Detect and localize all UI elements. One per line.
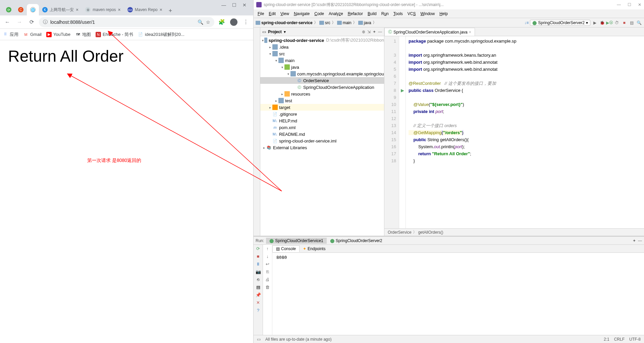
ij-titlebar: spring-cloud-order-service [D:\csdn博客\20…	[254, 0, 644, 9]
run-tab[interactable]: ⬤SpringCloudOrderServer2	[327, 238, 386, 244]
menu-file[interactable]: File	[256, 11, 266, 17]
stop-button[interactable]: ■	[257, 254, 260, 259]
close-button[interactable]: ✕	[256, 300, 260, 305]
menu-code[interactable]: Code	[312, 11, 326, 17]
collapse-icon[interactable]: ⇲	[367, 30, 371, 34]
dump-button[interactable]: 📷	[256, 269, 261, 274]
browser-tab[interactable]: ⟳	[3, 4, 15, 15]
endpoints-tab[interactable]: ✦Endpoints	[300, 246, 329, 252]
pin-button[interactable]: 📌	[256, 292, 261, 297]
bookmark-item[interactable]: 📄idea2018破解到20...	[138, 32, 184, 38]
wrap-button[interactable]: ↩	[266, 262, 269, 267]
hide-icon[interactable]: —	[638, 238, 642, 243]
close-icon[interactable]: ×	[118, 7, 121, 12]
settings-icon[interactable]: ✦	[373, 30, 376, 34]
help-button[interactable]: ?	[257, 308, 259, 313]
rerun-button[interactable]: ⟳	[256, 246, 260, 251]
search-button[interactable]: 🔍	[636, 20, 642, 26]
line-numbers: 13456789101112131415161718	[384, 36, 399, 228]
browser-tab[interactable]: K上网导航—安×	[39, 4, 82, 15]
close-icon[interactable]: ×	[76, 7, 78, 12]
zoom-icon[interactable]: 🔍	[198, 19, 203, 25]
down-button[interactable]: ↓	[266, 254, 269, 259]
menu-help[interactable]: Help	[437, 11, 450, 17]
maximize-button[interactable]: ☐	[232, 2, 236, 8]
bookmark-item[interactable]: MGmail	[23, 32, 42, 37]
layout-button[interactable]: ▤	[256, 285, 260, 290]
idea-icon	[256, 2, 262, 7]
structure-button[interactable]: ▤	[629, 20, 635, 26]
code-editor[interactable]: 13456789101112131415161718 ▶ package pac…	[384, 36, 644, 228]
scroll-button[interactable]: ⎘	[266, 269, 269, 274]
menu-analyze[interactable]: Analyze	[327, 11, 345, 17]
annotation-text: 第一次请求 是8080返回的	[87, 158, 141, 164]
console-output[interactable]: 8080	[272, 253, 644, 335]
menu-refactor[interactable]: Refactor	[346, 11, 365, 17]
menu-button[interactable]: ⋮	[241, 17, 251, 27]
menu-tools[interactable]: Tools	[391, 11, 405, 17]
code-content: package package com.mycsdn.springcloud.e…	[406, 36, 644, 228]
close-icon[interactable]: ×	[160, 7, 162, 12]
close-button[interactable]: ✕	[638, 2, 641, 7]
address-bar[interactable]: ⓘ localhost:8088/user/1 🔍 ☆	[39, 17, 214, 27]
stop-button[interactable]: ■	[621, 20, 627, 26]
menu-edit[interactable]: Edit	[267, 11, 278, 17]
profile-button[interactable]: ⏱	[614, 20, 620, 26]
apps-button[interactable]: ⠿应用	[3, 32, 18, 38]
up-button[interactable]: ↑	[266, 246, 269, 251]
settings-icon[interactable]: ✦	[633, 238, 636, 243]
coverage-button[interactable]: ▶⦿	[606, 20, 612, 26]
bookmark-item[interactable]: ▶YouTube	[46, 32, 70, 37]
page-heading: Return All Order	[8, 47, 245, 65]
bookmark-item[interactable]: NEhCache - 简书	[96, 32, 133, 38]
navigation-bar: spring-cloud-order-service〉 src〉 main〉 j…	[254, 18, 644, 27]
editor-tab[interactable]: ⒸSpringCloudOrderServiceApplication.java…	[384, 28, 475, 36]
run-config-selector[interactable]: ⬤SpringCloudOrderServer2▾	[530, 20, 590, 26]
chrome-window: ⟳ C 🌐 K上网导航—安× ⚙maven repos× mvnMaven Re…	[0, 0, 254, 343]
close-button[interactable]: ✕	[243, 2, 247, 8]
minimize-button[interactable]: —	[617, 2, 621, 7]
hide-icon[interactable]: —	[378, 30, 382, 34]
menu-window[interactable]: Window	[418, 11, 437, 17]
menu-vcs[interactable]: VCS	[406, 11, 418, 17]
crumb[interactable]: spring-cloud-order-service	[256, 20, 313, 25]
browser-tab[interactable]: ⚙maven repos×	[82, 4, 124, 15]
run-tab[interactable]: ⬤SpringCloudOrderService1	[266, 238, 326, 244]
pause-button[interactable]: ⏸	[256, 262, 260, 267]
gutter-icons: ▶	[399, 36, 406, 228]
new-tab-button[interactable]: +	[166, 6, 175, 15]
project-tab-icon: ▭	[262, 30, 266, 34]
forward-button[interactable]: →	[15, 17, 24, 27]
minimize-button[interactable]: —	[221, 2, 226, 8]
crumb[interactable]: java	[358, 20, 371, 25]
status-bar: ▭All files are up-to-date (a minute ago)…	[254, 335, 644, 343]
print-button[interactable]: 🖨	[265, 277, 270, 282]
browser-tab-active[interactable]: 🌐	[27, 4, 39, 15]
menu-run[interactable]: Run	[379, 11, 391, 17]
run-gutter-2: ↑ ↓ ↩ ⎘ 🖨 🗑	[263, 245, 272, 335]
extensions-button[interactable]: 🧩	[217, 17, 226, 27]
clear-button[interactable]: 🗑	[265, 285, 270, 290]
info-icon: ⓘ	[43, 19, 48, 25]
menu-navigate[interactable]: Navigate	[292, 11, 312, 17]
profile-button[interactable]	[229, 17, 238, 27]
run-button[interactable]: ▶	[592, 20, 598, 26]
crumb[interactable]: src	[319, 20, 330, 25]
close-icon[interactable]: ×	[469, 30, 471, 35]
browser-tab[interactable]: C	[15, 4, 27, 15]
editor-tabs: ⒸSpringCloudOrderServiceApplication.java…	[384, 27, 644, 36]
maximize-button[interactable]: ☐	[628, 2, 631, 7]
crumb[interactable]: main	[337, 20, 352, 25]
debug-button[interactable]: 🐞	[599, 20, 605, 26]
bookmark-item[interactable]: 🗺地图	[75, 32, 91, 38]
back-button[interactable]: ←	[3, 17, 12, 27]
star-icon[interactable]: ☆	[206, 19, 210, 25]
project-tree[interactable]: ▾spring-cloud-order-serviceD:\csdn博客\202…	[260, 36, 384, 236]
console-tab[interactable]: ▤Console	[272, 245, 300, 252]
exit-button[interactable]: ⎋	[257, 277, 260, 282]
target-icon[interactable]: ⊕	[362, 30, 365, 34]
menu-build[interactable]: Build	[366, 11, 379, 17]
reload-button[interactable]: ⟳	[27, 17, 36, 27]
browser-tab[interactable]: mvnMaven Repo×	[124, 4, 166, 15]
menu-view[interactable]: View	[278, 11, 291, 17]
